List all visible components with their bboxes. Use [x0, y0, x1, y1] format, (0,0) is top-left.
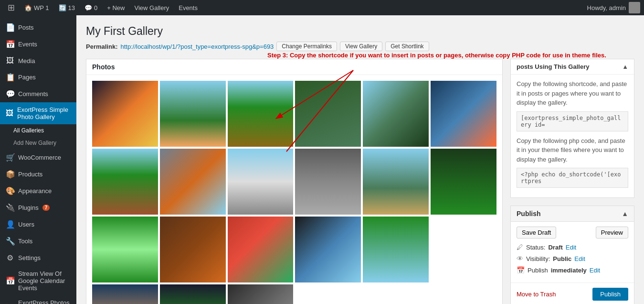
permalink-url[interactable]: http://localhost/wp/1/?post_type=exortpr… — [120, 43, 274, 50]
publish-label: Publish — [528, 267, 548, 274]
sidebar-exortpress-label: ExortPress Simple Photo Gallery — [17, 106, 71, 120]
updates-link[interactable]: 🔄 13 — [55, 0, 79, 15]
users-icon: 👤 — [6, 220, 14, 229]
sidebar-subitem-all-galleries[interactable]: All Galleries — [0, 124, 76, 137]
site-name-link[interactable]: 🏠 WP 1 — [21, 0, 53, 15]
status-edit-link[interactable]: Edit — [566, 244, 576, 251]
all-galleries-label: All Galleries — [13, 127, 44, 134]
sidebar-item-users[interactable]: 👤 Users — [0, 216, 76, 233]
exortpress-icon: 🖼 — [6, 109, 13, 118]
photo-item[interactable] — [363, 217, 429, 282]
calendar-icon: 📅 — [517, 266, 525, 274]
sidebar-products-label: Products — [18, 171, 42, 178]
photo-item[interactable] — [228, 217, 294, 282]
media-icon: 🖼 — [6, 56, 14, 65]
photo-item[interactable] — [92, 81, 158, 147]
avatar[interactable] — [629, 2, 640, 13]
move-to-trash-link[interactable]: Move to Trash — [517, 291, 556, 298]
photo-item[interactable] — [295, 149, 361, 215]
products-icon: 📦 — [6, 170, 14, 179]
sidebar-item-posts[interactable]: 📄 Posts — [0, 19, 76, 36]
photos-grid — [92, 81, 496, 304]
events-link[interactable]: Events — [175, 0, 201, 15]
photo-item[interactable] — [431, 81, 496, 147]
photo-item[interactable] — [228, 81, 294, 147]
sidebar-item-settings[interactable]: ⚙ Settings — [0, 250, 76, 266]
photo-item[interactable] — [160, 81, 226, 147]
woocommerce-icon: 🛒 — [6, 153, 14, 162]
howdy-text: Howdy, admin — [587, 4, 626, 11]
publish-collapse-arrow[interactable]: ▲ — [622, 210, 628, 217]
photo-placeholder — [295, 284, 361, 304]
visibility-value: Public — [553, 255, 571, 262]
photo-item[interactable] — [92, 217, 158, 282]
events-label: Events — [179, 4, 198, 11]
photo-item[interactable] — [431, 149, 496, 215]
sidebar-item-events[interactable]: 📅 Events — [0, 36, 76, 53]
page-title: My First Gallery — [86, 25, 634, 38]
photo-item[interactable] — [228, 284, 294, 304]
sidebar-item-products[interactable]: 📦 Products — [0, 166, 76, 183]
photo-item[interactable] — [295, 217, 361, 282]
sidebar-item-exortpress[interactable]: 🖼 ExortPress Simple Photo Gallery — [0, 102, 76, 124]
permalink-bar: Permalink: http://localhost/wp/1/?post_t… — [86, 42, 634, 51]
plugins-badge: 7 — [42, 205, 50, 211]
sidebar-media-label: Media — [18, 57, 35, 65]
change-permalinks-button[interactable]: Change Permalinks — [276, 42, 337, 51]
publish-footer: Move to Trash Publish — [511, 282, 634, 304]
site-icon: 🏠 — [24, 4, 32, 11]
comments-icon: 💬 — [84, 4, 92, 11]
photo-item[interactable] — [160, 284, 226, 304]
sidebar-item-exortpress-photos[interactable]: 📷 ExortPress Photos To Products — [0, 295, 76, 304]
wp-logo[interactable]: ⊞ — [4, 0, 19, 15]
sidebar-item-tools[interactable]: 🔧 Tools — [0, 233, 76, 250]
photo-item[interactable] — [160, 217, 226, 282]
photo-placeholder — [363, 284, 429, 304]
sidebar-item-pages[interactable]: 📋 Pages — [0, 69, 76, 86]
photo-item[interactable] — [363, 81, 429, 147]
sidebar-woocommerce-label: WooCommerce — [18, 154, 61, 161]
preview-button[interactable]: Preview — [596, 227, 628, 239]
collapse-arrow[interactable]: ▲ — [622, 63, 628, 70]
settings-icon: ⚙ — [6, 253, 14, 262]
publish-edit-link[interactable]: Edit — [590, 267, 600, 274]
photo-item[interactable] — [160, 149, 226, 215]
using-gallery-box: posts Using This Gallery ▲ Copy the foll… — [510, 59, 634, 198]
appearance-icon: 🎨 — [6, 186, 14, 195]
sidebar-item-media[interactable]: 🖼 Media — [0, 53, 76, 69]
comments-link[interactable]: 💬 0 — [81, 0, 101, 15]
admin-user: Howdy, admin — [587, 2, 640, 13]
publish-time-row: 📅 Publish immediately Edit — [517, 266, 628, 274]
pages-icon: 📋 — [6, 73, 14, 82]
sidebar-item-woocommerce[interactable]: 🛒 WooCommerce — [0, 149, 76, 166]
status-value: Draft — [548, 244, 562, 251]
publish-button[interactable]: Publish — [592, 288, 628, 301]
photo-item[interactable] — [295, 81, 361, 147]
photo-item[interactable] — [92, 149, 158, 215]
shortcode-value: [exortpress_simple_photo_gallery id= — [521, 115, 621, 128]
visibility-edit-link[interactable]: Edit — [574, 255, 585, 262]
new-link[interactable]: + New — [103, 0, 128, 15]
shortcode-box[interactable]: [exortpress_simple_photo_gallery id= — [517, 111, 628, 131]
php-code-box[interactable]: <?php echo do_shortcode('[exortpres — [517, 168, 628, 188]
get-shortlink-button[interactable]: Get Shortlink — [385, 42, 429, 51]
sidebar-item-comments[interactable]: 💬 Comments — [0, 86, 76, 102]
sidebar-comments-label: Comments — [18, 90, 48, 98]
photo-item[interactable] — [228, 149, 294, 215]
photo-item[interactable] — [92, 284, 158, 304]
sidebar-item-plugins[interactable]: 🔌 Plugins 7 — [0, 199, 76, 216]
view-gallery-button[interactable]: View Gallery — [340, 42, 382, 51]
main-content: My First Gallery Permalink: http://local… — [76, 15, 644, 304]
view-gallery-link[interactable]: View Gallery — [130, 0, 173, 15]
sidebar-events-label: Events — [18, 41, 37, 48]
using-gallery-header: posts Using This Gallery ▲ — [511, 59, 634, 75]
sidebar-tools-label: Tools — [18, 238, 32, 245]
sidebar-item-stream-view[interactable]: 📅 Stream View Of Google Calendar Events — [0, 266, 76, 295]
sidebar-item-appearance[interactable]: 🎨 Appearance — [0, 183, 76, 199]
save-draft-button[interactable]: Save Draft — [517, 227, 556, 239]
photo-item[interactable] — [363, 149, 429, 215]
comments-count: 0 — [94, 4, 97, 11]
sidebar-subitem-add-new[interactable]: Add New Gallery — [0, 137, 76, 149]
posts-icon: 📄 — [6, 23, 14, 32]
status-row: 🖊 Status: Draft Edit — [517, 243, 628, 251]
